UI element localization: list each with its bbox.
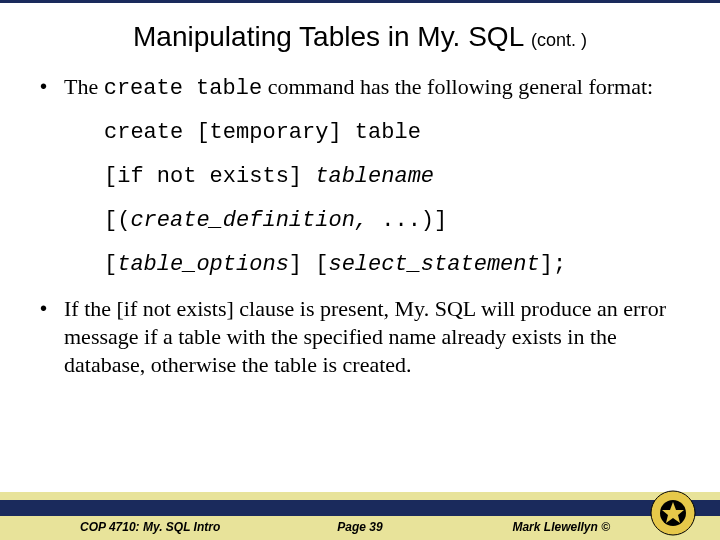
code-line-3: [(create_definition, ...)] bbox=[104, 207, 670, 235]
slide: Manipulating Tables in My. SQL (cont. ) … bbox=[0, 0, 720, 540]
code-3a: [( bbox=[104, 208, 130, 233]
code-line-2: [if not exists] tablename bbox=[104, 163, 670, 191]
bullet-dot-icon: • bbox=[40, 295, 64, 321]
footer-author: Mark Llewellyn © bbox=[512, 520, 610, 534]
slide-title: Manipulating Tables in My. SQL (cont. ) bbox=[0, 3, 720, 63]
code-3b: create_definition, bbox=[130, 208, 368, 233]
bullet-1: • The create table command has the follo… bbox=[40, 73, 670, 103]
footer-page: Page 39 bbox=[0, 520, 720, 534]
title-main: Manipulating Tables in My. SQL bbox=[133, 21, 531, 52]
code-line-4: [table_options] [select_statement]; bbox=[104, 251, 670, 279]
code-4a: [ bbox=[104, 252, 117, 277]
code-1a: create [temporary] table bbox=[104, 120, 421, 145]
bullet-dot-icon: • bbox=[40, 73, 64, 99]
code-4e: select_statement bbox=[328, 252, 539, 277]
code-2a: [if not exists] bbox=[104, 164, 315, 189]
ucf-logo-icon bbox=[650, 490, 696, 536]
code-4d: [ bbox=[302, 252, 328, 277]
bullet-2: • If the [if not exists] clause is prese… bbox=[40, 295, 670, 379]
code-4f: ]; bbox=[540, 252, 566, 277]
bullet-1-text: The create table command has the followi… bbox=[64, 73, 670, 103]
code-4b: table_options bbox=[117, 252, 289, 277]
code-2b: tablename bbox=[315, 164, 434, 189]
code-3c: ...)] bbox=[368, 208, 447, 233]
slide-footer: COP 4710: My. SQL Intro Page 39 Mark Lle… bbox=[0, 492, 720, 540]
bullet-1-code: create table bbox=[104, 76, 262, 101]
bullet-1-pre: The bbox=[64, 74, 104, 99]
bullet-1-post: command has the following general format… bbox=[262, 74, 653, 99]
title-cont: (cont. ) bbox=[531, 30, 587, 50]
code-4c: ] bbox=[289, 252, 302, 277]
code-line-1: create [temporary] table bbox=[104, 119, 670, 147]
bullet-2-text: If the [if not exists] clause is present… bbox=[64, 295, 670, 379]
slide-body: • The create table command has the follo… bbox=[0, 63, 720, 379]
